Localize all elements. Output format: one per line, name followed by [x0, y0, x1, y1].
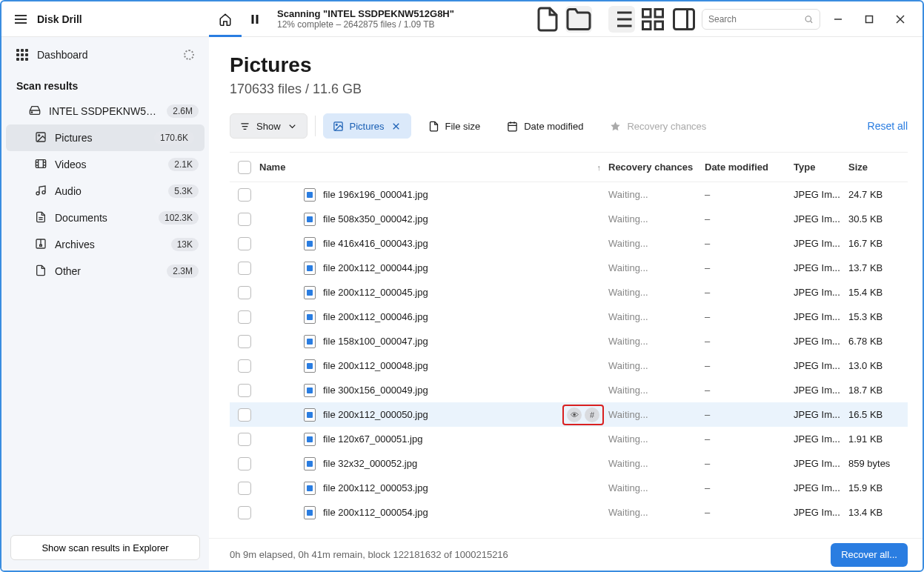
row-check-cell[interactable] [230, 506, 259, 519]
type-header[interactable]: Type [794, 162, 848, 173]
sidebar-item-label: Pictures [55, 132, 147, 144]
folder-view-button[interactable] [565, 6, 592, 33]
sidebar-item-video[interactable]: Videos2.1K [1, 151, 209, 178]
file-name-cell: file 200x112_000046.jpg [259, 310, 608, 324]
row-checkbox[interactable] [238, 262, 251, 275]
table-row[interactable]: file 200x112_000050.jpg👁#Waiting...–JPEG… [230, 402, 908, 427]
row-checkbox[interactable] [238, 286, 251, 299]
grid-view-button[interactable] [639, 6, 666, 33]
table-row[interactable]: file 200x112_000044.jpgWaiting...–JPEG I… [230, 256, 908, 280]
page-subtitle: 170633 files / 11.6 GB [230, 82, 908, 97]
size-header[interactable]: Size [848, 162, 908, 173]
reset-all-link[interactable]: Reset all [868, 120, 908, 132]
footer-status: 0h 9m elapsed, 0h 41m remain, block 1221… [230, 549, 508, 560]
table-row[interactable]: file 32x32_000052.jpgWaiting...–JPEG Im.… [230, 451, 908, 476]
row-check-cell[interactable] [230, 457, 259, 470]
row-checkbox[interactable] [238, 188, 251, 202]
date-modified-filter[interactable]: Date modified [497, 113, 593, 139]
minimize-button[interactable] [825, 6, 851, 33]
menu-icon[interactable] [15, 15, 27, 24]
date-cell: – [705, 385, 794, 396]
close-x-icon[interactable] [390, 121, 402, 132]
type-cell: JPEG Im... [794, 482, 848, 493]
file-thumb-icon [304, 286, 316, 299]
row-checkbox[interactable] [238, 482, 251, 495]
row-checkbox[interactable] [238, 408, 251, 422]
table-row[interactable]: file 200x112_000053.jpgWaiting...–JPEG I… [230, 476, 908, 500]
sidebar-item-archive[interactable]: Archives13K [1, 231, 209, 258]
svg-rect-36 [40, 245, 42, 246]
table-row[interactable]: file 196x196_000041.jpgWaiting...–JPEG I… [230, 182, 908, 207]
row-checkbox[interactable] [238, 433, 251, 446]
type-cell: JPEG Im... [794, 336, 848, 347]
sidebar-item-drive[interactable]: INTEL SSDPEKNW512G...2.6M [1, 98, 209, 124]
svg-rect-12 [674, 9, 694, 29]
recover-all-button[interactable]: Recover all... [831, 543, 908, 567]
row-checkbox[interactable] [238, 506, 251, 519]
list-view-button[interactable] [608, 6, 635, 33]
date-modified-label: Date modified [524, 121, 583, 132]
table-row[interactable]: file 508x350_000042.jpgWaiting...–JPEG I… [230, 207, 908, 231]
row-checkbox[interactable] [238, 457, 251, 470]
recovery-cell: Waiting... [608, 385, 705, 396]
row-checkbox[interactable] [238, 310, 251, 324]
row-check-cell[interactable] [230, 359, 259, 373]
row-check-cell[interactable] [230, 408, 259, 422]
row-check-cell[interactable] [230, 310, 259, 324]
sidebar-item-label: Audio [55, 185, 161, 197]
file-name: file 32x32_000052.jpg [323, 458, 417, 469]
row-check-cell[interactable] [230, 213, 259, 226]
file-size-filter[interactable]: File size [419, 113, 491, 139]
file-view-button[interactable] [534, 6, 561, 33]
select-all-checkbox[interactable] [238, 161, 251, 174]
video-icon [34, 158, 47, 172]
panel-view-button[interactable] [671, 6, 697, 33]
table-row[interactable]: file 200x112_000046.jpgWaiting...–JPEG I… [230, 305, 908, 329]
table-row[interactable]: file 200x112_000045.jpgWaiting...–JPEG I… [230, 280, 908, 305]
sidebar-item-picture[interactable]: Pictures170.6K [6, 124, 205, 151]
pause-button[interactable] [242, 6, 268, 33]
recovery-header[interactable]: Recovery chances [608, 162, 705, 173]
row-checkbox[interactable] [238, 384, 251, 397]
row-checkbox[interactable] [238, 237, 251, 250]
table-row[interactable]: file 416x416_000043.jpgWaiting...–JPEG I… [230, 231, 908, 256]
maximize-button[interactable] [856, 6, 883, 33]
row-check-cell[interactable] [230, 188, 259, 202]
search-box[interactable] [702, 9, 820, 30]
date-header[interactable]: Date modified [705, 162, 794, 173]
preview-button[interactable]: 👁 [567, 408, 582, 422]
table-row[interactable]: file 120x67_000051.jpgWaiting...–JPEG Im… [230, 427, 908, 451]
show-in-explorer-button[interactable]: Show scan results in Explorer [10, 535, 200, 560]
row-check-cell[interactable] [230, 335, 259, 348]
sidebar-item-document[interactable]: Documents102.3K [1, 204, 209, 231]
row-check-cell[interactable] [230, 237, 259, 250]
dashboard-item[interactable]: Dashboard [1, 37, 209, 73]
table-row[interactable]: file 300x156_000049.jpgWaiting...–JPEG I… [230, 378, 908, 402]
sidebar-item-other[interactable]: Other2.3M [1, 258, 209, 285]
row-check-cell[interactable] [230, 262, 259, 275]
row-check-cell[interactable] [230, 384, 259, 397]
row-check-cell[interactable] [230, 433, 259, 446]
home-button[interactable] [212, 6, 239, 33]
file-name-cell: file 508x350_000042.jpg [259, 213, 608, 226]
row-check-cell[interactable] [230, 286, 259, 299]
table-row[interactable]: file 158x100_000047.jpgWaiting...–JPEG I… [230, 329, 908, 353]
row-checkbox[interactable] [238, 359, 251, 373]
table-row[interactable]: file 200x112_000054.jpgWaiting...–JPEG I… [230, 500, 908, 525]
name-header[interactable]: Name↑ [259, 162, 608, 173]
recovery-chances-filter[interactable]: Recovery chances [600, 113, 716, 139]
row-checkbox[interactable] [238, 335, 251, 348]
file-thumb-icon [304, 335, 316, 348]
table-row[interactable]: file 200x112_000048.jpgWaiting...–JPEG I… [230, 353, 908, 378]
row-check-cell[interactable] [230, 482, 259, 495]
select-all-cell[interactable] [230, 161, 259, 174]
svg-point-41 [336, 124, 337, 125]
row-checkbox[interactable] [238, 213, 251, 226]
close-button[interactable] [887, 6, 914, 33]
show-filter[interactable]: Show [230, 113, 308, 139]
sidebar-item-audio[interactable]: Audio5.3K [1, 178, 209, 204]
hex-button[interactable]: # [585, 408, 599, 422]
search-input[interactable] [708, 14, 804, 24]
pictures-filter[interactable]: Pictures [323, 113, 411, 139]
type-cell: JPEG Im... [794, 507, 848, 518]
